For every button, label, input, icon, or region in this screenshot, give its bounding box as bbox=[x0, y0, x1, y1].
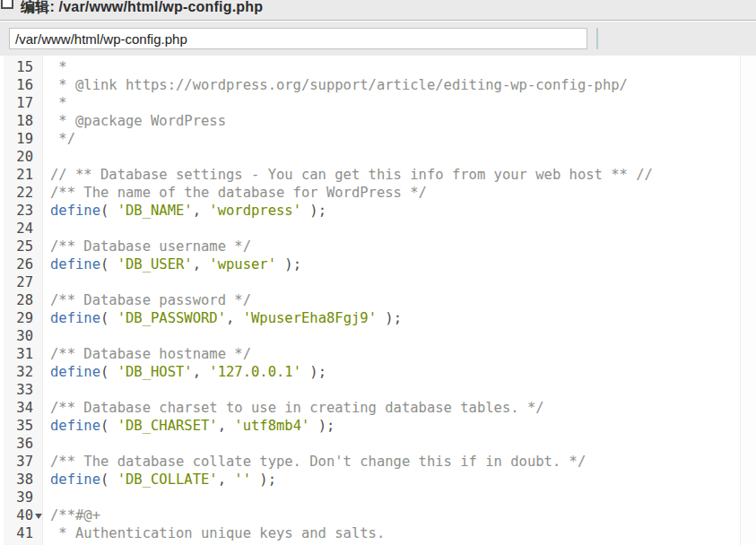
code-line: /** The name of the database for WordPre… bbox=[50, 184, 756, 202]
code-line bbox=[50, 220, 756, 238]
line-number: 41 bbox=[4, 524, 42, 542]
code-token-string: 'DB_HOST' bbox=[117, 364, 193, 380]
code-token-comment: * @package WordPress bbox=[50, 113, 226, 129]
code-token-string: 'DB_PASSWORD' bbox=[117, 310, 226, 326]
code-token-plain: ( bbox=[100, 471, 117, 488]
code-line: * Authentication unique keys and salts. bbox=[50, 524, 756, 542]
code-token-plain: ( bbox=[100, 418, 117, 434]
code-token-plain: ); bbox=[309, 418, 335, 434]
line-number: 29 bbox=[4, 309, 42, 327]
scrollbar-track[interactable] bbox=[740, 56, 756, 545]
code-line: /** Database username */ bbox=[50, 238, 756, 255]
code-token-plain: , bbox=[218, 471, 235, 488]
code-token-plain: , bbox=[193, 364, 210, 380]
line-number: 31 bbox=[4, 345, 42, 363]
line-number: 40 bbox=[4, 506, 42, 524]
code-token-comment: * Authentication unique keys and salts. bbox=[50, 525, 385, 541]
code-token-function: define bbox=[50, 310, 100, 326]
code-line: * @package WordPress bbox=[50, 112, 756, 130]
line-number: 16 bbox=[4, 76, 42, 94]
window-titlebar: 编辑: /var/www/html/wp-config.php bbox=[0, 0, 756, 21]
code-token-plain: ); bbox=[377, 310, 402, 326]
code-token-comment: * bbox=[50, 59, 67, 75]
line-number: 30 bbox=[4, 327, 42, 345]
gutter: 1516171819202122232425262728293031323334… bbox=[4, 56, 43, 545]
code-line: * bbox=[50, 58, 756, 76]
code-line: /** Database charset to use in creating … bbox=[50, 399, 756, 417]
code-line bbox=[50, 148, 756, 166]
code-line: /** The database collate type. Don't cha… bbox=[50, 453, 756, 471]
code-line: define( 'DB_NAME', 'wordpress' ); bbox=[50, 202, 756, 220]
code-token-string: 'wpuser' bbox=[209, 256, 276, 272]
code-line: /**#@+ bbox=[50, 506, 756, 524]
line-number: 17 bbox=[4, 94, 42, 112]
code-line: /** Database hostname */ bbox=[50, 345, 756, 363]
code-area[interactable]: * * @link https://wordpress.org/support/… bbox=[43, 56, 756, 545]
line-number: 26 bbox=[4, 255, 42, 273]
line-number: 33 bbox=[4, 381, 42, 399]
line-number: 18 bbox=[4, 112, 42, 130]
code-token-string: 'WpuserEha8Fgj9' bbox=[243, 310, 377, 326]
code-line: define( 'DB_COLLATE', '' ); bbox=[50, 471, 756, 489]
line-number: 20 bbox=[4, 148, 42, 166]
line-number: 24 bbox=[4, 220, 42, 238]
line-number: 19 bbox=[4, 130, 42, 148]
code-line: define( 'DB_PASSWORD', 'WpuserEha8Fgj9' … bbox=[50, 309, 756, 327]
code-token-plain: ( bbox=[100, 364, 117, 380]
code-token-string: 'DB_CHARSET' bbox=[117, 418, 218, 434]
file-path-input[interactable] bbox=[9, 28, 587, 49]
code-token-comment: /**#@+ bbox=[50, 507, 100, 523]
fold-arrow-icon[interactable] bbox=[35, 514, 42, 519]
code-token-function: define bbox=[50, 364, 100, 380]
code-token-string: '' bbox=[234, 471, 251, 488]
code-line bbox=[50, 489, 756, 506]
code-line: define( 'DB_CHARSET', 'utf8mb4' ); bbox=[50, 417, 756, 435]
code-line: */ bbox=[50, 130, 756, 148]
line-number: 35 bbox=[4, 417, 42, 435]
code-token-comment: // ** Database settings - You can get th… bbox=[50, 167, 653, 183]
code-line bbox=[50, 381, 756, 399]
line-number: 36 bbox=[4, 435, 42, 453]
code-line: define( 'DB_USER', 'wpuser' ); bbox=[50, 255, 756, 273]
code-token-string: '127.0.0.1' bbox=[209, 364, 301, 380]
code-token-function: define bbox=[50, 203, 100, 219]
code-token-function: define bbox=[50, 418, 100, 434]
code-token-comment: * @link https://wordpress.org/support/ar… bbox=[50, 77, 628, 93]
line-number: 27 bbox=[4, 273, 42, 291]
line-number: 32 bbox=[4, 363, 42, 381]
code-token-string: 'DB_USER' bbox=[117, 256, 193, 272]
line-number: 28 bbox=[4, 291, 42, 309]
line-number: 15 bbox=[4, 58, 42, 76]
code-token-string: 'wordpress' bbox=[209, 203, 301, 219]
code-line: * @link https://wordpress.org/support/ar… bbox=[50, 76, 756, 94]
code-token-comment: /** Database username */ bbox=[50, 238, 251, 255]
input-divider bbox=[596, 28, 598, 49]
line-number: 37 bbox=[4, 453, 42, 471]
code-line bbox=[50, 435, 756, 453]
line-number: 23 bbox=[4, 202, 42, 220]
code-token-comment: /** Database charset to use in creating … bbox=[50, 400, 544, 416]
code-token-comment: /** The database collate type. Don't cha… bbox=[50, 454, 586, 470]
code-line bbox=[50, 273, 756, 291]
code-token-plain: ); bbox=[251, 471, 276, 488]
code-token-plain: , bbox=[226, 310, 243, 326]
code-line: define( 'DB_HOST', '127.0.0.1' ); bbox=[50, 363, 756, 381]
code-token-plain: ); bbox=[301, 203, 326, 219]
code-token-comment: /** The name of the database for WordPre… bbox=[50, 185, 427, 201]
code-token-string: 'DB_COLLATE' bbox=[117, 471, 218, 488]
code-token-string: 'DB_NAME' bbox=[117, 203, 193, 219]
document-icon bbox=[1, 0, 13, 9]
code-token-plain: , bbox=[193, 256, 210, 272]
code-token-plain: ( bbox=[100, 256, 117, 272]
line-number: 25 bbox=[4, 238, 42, 255]
line-number: 22 bbox=[4, 184, 42, 202]
code-token-function: define bbox=[50, 471, 100, 488]
code-token-function: define bbox=[50, 256, 100, 272]
path-toolbar bbox=[0, 21, 756, 56]
line-number: 21 bbox=[4, 166, 42, 184]
line-number: 34 bbox=[4, 399, 42, 417]
code-token-plain: ); bbox=[276, 256, 301, 272]
code-token-plain: , bbox=[218, 418, 235, 434]
code-token-comment: /** Database password */ bbox=[50, 292, 251, 308]
code-token-plain: ( bbox=[100, 310, 117, 326]
